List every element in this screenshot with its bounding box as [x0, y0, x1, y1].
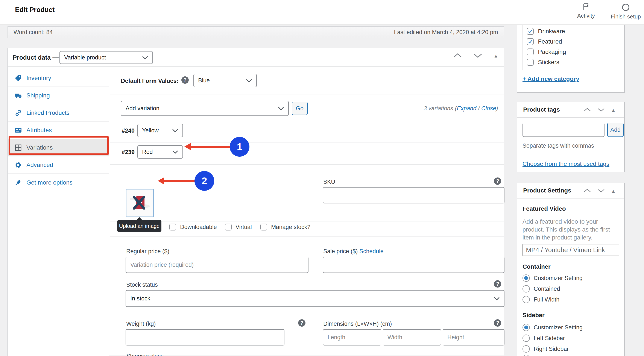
product-type-select[interactable]: Variable product	[60, 51, 153, 64]
container-option-contained[interactable]: Contained	[522, 285, 560, 293]
sku-input[interactable]	[323, 187, 504, 203]
tab-label: Advanced	[26, 162, 53, 168]
category-item-packaging[interactable]: Packaging	[523, 47, 619, 57]
finish-setup-button[interactable]: Finish setup	[608, 3, 643, 20]
collapse-toggle-icon[interactable]: ▲	[611, 107, 616, 113]
radio-button[interactable]	[522, 335, 530, 342]
add-new-category-link[interactable]: + Add new category	[522, 75, 579, 82]
move-up-icon[interactable]	[584, 188, 591, 195]
sidebar-option-partial[interactable]	[522, 355, 530, 356]
help-icon[interactable]: ?	[298, 319, 306, 327]
manage-stock-option[interactable]: Manage stock?	[260, 224, 310, 231]
sku-label: SKU	[323, 179, 335, 186]
category-item-stickers[interactable]: Stickers	[523, 57, 619, 67]
collapse-toggle-icon[interactable]: ▲	[611, 188, 616, 194]
category-checkbox[interactable]	[527, 59, 534, 66]
tab-advanced[interactable]: Advanced	[8, 156, 109, 174]
downloadable-checkbox[interactable]	[169, 224, 176, 231]
go-button-label: Go	[296, 105, 304, 112]
radio-button[interactable]	[522, 275, 530, 282]
tab-label: Get more options	[26, 179, 72, 186]
category-list: Drinkware Featured Packaging Stickers	[522, 19, 619, 70]
variation-image-upload[interactable]	[126, 189, 154, 217]
move-down-icon[interactable]	[473, 53, 482, 59]
tab-shipping[interactable]: Shipping	[8, 87, 109, 104]
radio-button[interactable]	[522, 355, 530, 356]
divider	[110, 142, 504, 142]
dimension-width-input[interactable]	[383, 329, 441, 346]
featured-video-input[interactable]	[522, 244, 619, 256]
expand-link[interactable]: Expand	[457, 105, 476, 112]
variation-239-select[interactable]: Red	[138, 145, 183, 159]
tab-linked-products[interactable]: Linked Products	[8, 104, 109, 122]
tab-label: Shipping	[26, 92, 50, 99]
move-up-icon[interactable]	[453, 53, 462, 59]
annotation-step-1-badge: 1	[230, 137, 250, 157]
header-divider	[160, 51, 160, 63]
variation-240-select[interactable]: Yellow	[138, 124, 183, 137]
virtual-checkbox[interactable]	[225, 224, 232, 231]
weight-label: Weight (kg)	[126, 321, 156, 327]
radio-button[interactable]	[522, 296, 530, 303]
featured-video-description: Add a featured video to your product. Th…	[522, 218, 621, 242]
paren: (	[453, 105, 457, 112]
move-up-icon[interactable]	[584, 107, 591, 114]
go-button[interactable]: Go	[292, 102, 308, 115]
collapse-toggle-icon[interactable]: ▲	[494, 53, 498, 59]
sidebar-option-customizer[interactable]: Customizer Setting	[522, 324, 582, 331]
radio-label: Customizer Setting	[534, 275, 582, 282]
tag-icon	[15, 75, 22, 81]
close-link[interactable]: Close	[481, 105, 496, 112]
move-down-icon[interactable]	[597, 188, 605, 195]
help-icon[interactable]: ?	[494, 319, 501, 327]
schedule-link[interactable]: Schedule	[359, 248, 384, 255]
category-item-featured[interactable]: Featured	[523, 36, 619, 47]
category-checkbox[interactable]	[527, 38, 534, 45]
default-form-values-value: Blue	[198, 77, 210, 84]
container-option-customizer[interactable]: Customizer Setting	[522, 275, 582, 282]
add-variation-select[interactable]: Add variation	[121, 101, 289, 116]
page-title: Edit Product	[15, 6, 54, 14]
product-tags-header[interactable]: Product tags ▲	[517, 102, 624, 118]
help-icon[interactable]: ?	[182, 76, 189, 84]
tab-label: Variations	[26, 144, 52, 151]
weight-input[interactable]	[126, 329, 284, 346]
radio-button[interactable]	[522, 345, 530, 353]
upload-image-tooltip: Upload an image	[117, 220, 162, 232]
add-tag-button[interactable]: Add	[607, 123, 624, 137]
help-icon[interactable]: ?	[494, 280, 501, 288]
category-item-drinkware[interactable]: Drinkware	[523, 26, 619, 36]
product-settings-header[interactable]: Product Settings ▲	[517, 183, 624, 199]
dimension-height-input[interactable]	[443, 329, 504, 346]
stock-status-select[interactable]: In stock	[126, 290, 504, 307]
tab-attributes[interactable]: Attributes	[8, 122, 109, 139]
sale-price-input[interactable]	[323, 257, 504, 273]
regular-price-input[interactable]	[126, 257, 308, 273]
virtual-label: Virtual	[236, 224, 252, 231]
circle-progress-icon	[622, 3, 630, 11]
downloadable-option[interactable]: Downloadable	[169, 224, 217, 231]
manage-stock-checkbox[interactable]	[260, 224, 267, 231]
category-checkbox[interactable]	[527, 28, 534, 35]
add-tag-label: Add	[610, 127, 620, 133]
container-option-full-width[interactable]: Full Width	[522, 296, 560, 303]
choose-most-used-tags-link[interactable]: Choose from the most used tags	[522, 160, 610, 167]
dimension-length-input[interactable]	[323, 329, 381, 346]
activity-button[interactable]: Activity	[569, 3, 603, 19]
tag-input[interactable]	[522, 123, 604, 137]
tab-inventory[interactable]: Inventory	[8, 69, 109, 87]
radio-label: Right Sidebar	[534, 346, 569, 352]
product-data-tabs: Inventory Shipping Linked Products Attri…	[8, 67, 109, 356]
sidebar-option-right[interactable]: Right Sidebar	[522, 345, 569, 353]
tab-label: Inventory	[26, 75, 51, 81]
radio-button[interactable]	[522, 285, 530, 293]
help-icon[interactable]: ?	[494, 177, 501, 185]
sidebar-option-left[interactable]: Left Sidebar	[522, 335, 565, 342]
radio-button[interactable]	[522, 324, 530, 331]
default-form-values-select[interactable]: Blue	[194, 74, 257, 87]
tab-variations[interactable]: Variations	[8, 139, 109, 156]
tab-get-more-options[interactable]: Get more options	[8, 174, 109, 191]
move-down-icon[interactable]	[597, 107, 605, 114]
category-checkbox[interactable]	[527, 48, 534, 55]
virtual-option[interactable]: Virtual	[225, 224, 252, 231]
